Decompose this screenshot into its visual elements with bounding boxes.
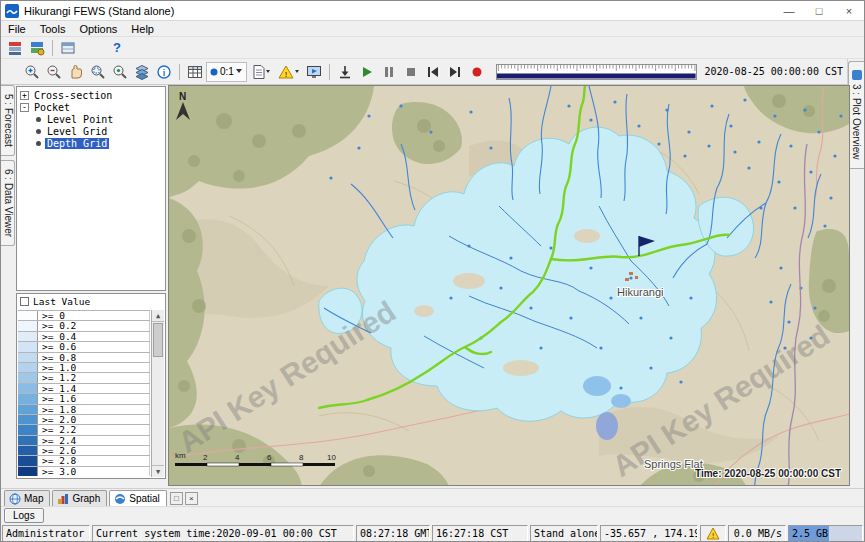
skip-start-icon: [425, 64, 441, 80]
export-animation-button[interactable]: [334, 62, 356, 82]
tree-expander-icon[interactable]: +: [20, 91, 29, 100]
scale-tick-label: 6: [267, 453, 272, 462]
scenario-button[interactable]: [26, 38, 48, 58]
profile-dropdown[interactable]: [247, 62, 275, 82]
scroll-up-icon[interactable]: ▲: [152, 310, 164, 322]
pause-button[interactable]: [378, 62, 400, 82]
scale-unit-label: km: [175, 451, 186, 460]
legend-row: >= 0.8: [18, 352, 150, 362]
tab-map[interactable]: Map: [4, 490, 50, 506]
status-transfer-rate: 0.0 MB/s: [728, 525, 786, 542]
map-canvas: Hikurangi Springs Flat API Key Required …: [169, 86, 849, 486]
step-last-button[interactable]: [444, 62, 466, 82]
tab-spatial[interactable]: Spatial: [109, 490, 167, 506]
layers-button[interactable]: [131, 62, 153, 82]
zoom-out-button[interactable]: [43, 62, 65, 82]
tree-item-label: Level Grid: [45, 126, 109, 137]
legend-row: >= 1.0: [18, 362, 150, 372]
menu-file[interactable]: File: [1, 23, 33, 35]
app-window: { "window": { "title": "Hikurangi FEWS (…: [0, 0, 865, 542]
pan-hand-icon: [68, 64, 84, 80]
legend-swatch: [18, 332, 38, 341]
legend-swatch: [18, 446, 38, 455]
scale-tick-label: 10: [327, 453, 336, 462]
window-controls: — □ ×: [774, 1, 864, 20]
legend-label: >= 0: [38, 311, 150, 320]
animation-button[interactable]: [303, 62, 325, 82]
grid-display-button[interactable]: [184, 62, 206, 82]
legend-label: >= 1.6: [38, 394, 150, 403]
pan-button[interactable]: [65, 62, 87, 82]
title-bar: Hikurangi FEWS (Stand alone) — □ ×: [1, 1, 864, 21]
filter-tree[interactable]: +Cross-section-PocketLevel PointLevel Gr…: [16, 86, 166, 291]
logs-row: Logs: [1, 506, 864, 524]
warning-dropdown[interactable]: !: [275, 62, 303, 82]
info-button[interactable]: i: [153, 62, 175, 82]
legend-scrollbar[interactable]: ▲ ▼: [151, 310, 164, 477]
legend-swatch: [18, 436, 38, 445]
legend-swatch: [18, 311, 38, 320]
database-button[interactable]: [4, 38, 26, 58]
scroll-thumb[interactable]: [153, 323, 163, 357]
help-button[interactable]: ?: [107, 39, 127, 57]
zoom-extent-icon: [112, 64, 128, 80]
legend-row: >= 2.2: [18, 424, 150, 434]
map-toolbar: i 0:1 !: [1, 59, 847, 85]
tree-item-depth-grid[interactable]: Depth Grid: [17, 137, 165, 149]
monitor-icon: [306, 64, 322, 80]
legend-label: >= 2.0: [38, 415, 150, 424]
legend-panel: Last Value >= 0>= 0.2>= 0.4>= 0.6>= 0.8>…: [16, 293, 166, 479]
app-logo-icon: [5, 4, 19, 18]
zoom-extent-button[interactable]: [109, 62, 131, 82]
legend-swatch: [18, 405, 38, 414]
scroll-down-icon[interactable]: ▼: [152, 465, 164, 477]
legend-label: >= 2.2: [38, 425, 150, 434]
menu-tools[interactable]: Tools: [33, 23, 73, 35]
legend-swatch: [18, 353, 38, 362]
last-value-checkbox[interactable]: [20, 297, 29, 306]
tab-graph[interactable]: Graph: [52, 490, 107, 506]
close-view-button[interactable]: ×: [185, 492, 198, 505]
close-button[interactable]: ×: [834, 1, 864, 20]
legend-label: >= 0.6: [38, 342, 150, 351]
step-first-button[interactable]: [422, 62, 444, 82]
zoom-box-button[interactable]: [87, 62, 109, 82]
classbreaks-value: 0:1: [220, 66, 234, 77]
tree-expander-icon[interactable]: -: [20, 103, 29, 112]
zoom-in-button[interactable]: [21, 62, 43, 82]
legend-row: >= 0.2: [18, 320, 150, 330]
tree-item-level-grid[interactable]: Level Grid: [17, 125, 165, 137]
menu-help[interactable]: Help: [124, 23, 161, 35]
tree-item-pocket[interactable]: -Pocket: [17, 101, 165, 113]
timeline-slider[interactable]: [496, 64, 697, 80]
record-icon: [469, 64, 485, 80]
stop-icon: [403, 64, 419, 80]
tree-item-cross-section[interactable]: +Cross-section: [17, 89, 165, 101]
legend-label: >= 0.2: [38, 321, 150, 330]
classbreaks-dropdown[interactable]: 0:1: [206, 62, 247, 82]
record-button[interactable]: [466, 62, 488, 82]
status-system-time: Current system time:2020-09-01 00:00 CST: [92, 525, 354, 542]
menu-options[interactable]: Options: [72, 23, 124, 35]
legend-row: >= 1.6: [18, 393, 150, 403]
side-tab-plot-overview[interactable]: 3 : Plot Overview: [848, 61, 864, 169]
float-view-button[interactable]: □: [170, 492, 183, 505]
config-button[interactable]: [57, 38, 79, 58]
side-tab-data-viewer[interactable]: 6 : Data Viewer: [1, 160, 15, 246]
logs-button[interactable]: Logs: [4, 508, 44, 523]
globe-icon: [9, 493, 21, 505]
side-tab-forecast[interactable]: 5 : Forecast: [1, 85, 15, 156]
legend-row: >= 1.4: [18, 383, 150, 393]
maximize-button[interactable]: □: [804, 1, 834, 20]
legend-row: >= 3.0: [18, 466, 150, 476]
map-view[interactable]: Hikurangi Springs Flat API Key Required …: [168, 85, 850, 486]
left-tab-strip: 5 : Forecast6 : Data Viewer: [1, 85, 15, 486]
stop-button[interactable]: [400, 62, 422, 82]
legend-row: >= 2.4: [18, 435, 150, 445]
legend-label: >= 2.6: [38, 446, 150, 455]
legend-row: >= 0.6: [18, 341, 150, 351]
status-warning[interactable]: !: [700, 525, 726, 542]
minimize-button[interactable]: —: [774, 1, 804, 20]
tree-item-level-point[interactable]: Level Point: [17, 113, 165, 125]
play-button[interactable]: [356, 62, 378, 82]
